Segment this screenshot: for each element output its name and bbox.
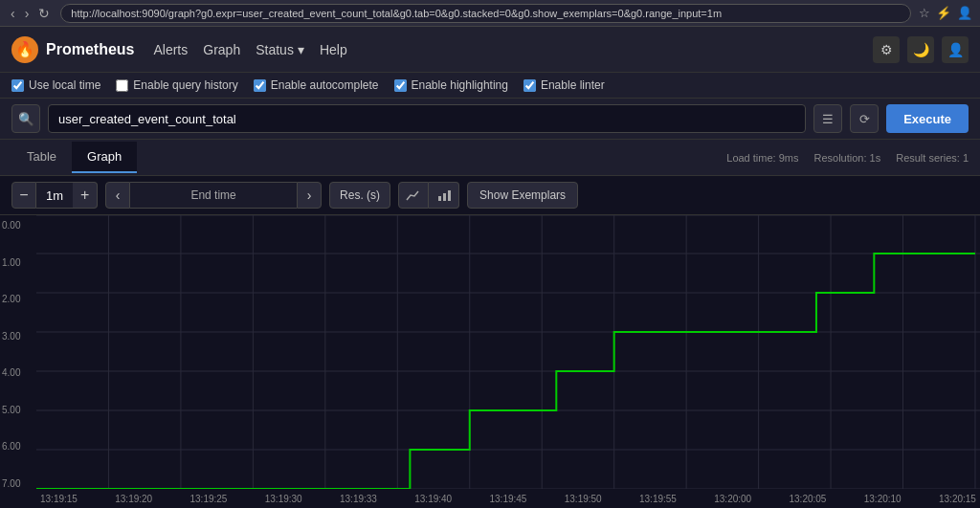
end-time-input[interactable] <box>130 182 297 209</box>
result-series: Result series: 1 <box>896 152 969 164</box>
browser-nav-buttons: ‹ › ↻ <box>8 6 53 21</box>
profile-icon: 👤 <box>957 6 972 20</box>
use-local-time-checkbox[interactable] <box>11 79 24 92</box>
meta-info: Load time: 9ms Resolution: 1s Result ser… <box>726 152 969 164</box>
nav-alerts[interactable]: Alerts <box>153 42 188 57</box>
x-axis-labels: 13:19:15 13:19:20 13:19:25 13:19:30 13:1… <box>36 489 980 508</box>
stacked-chart-icon <box>436 188 452 203</box>
enable-linter-checkbox[interactable] <box>523 79 536 92</box>
reload-button[interactable]: ↻ <box>35 6 53 21</box>
range-value: 1m <box>36 182 73 209</box>
time-next-button[interactable]: › <box>297 182 322 209</box>
tab-table[interactable]: Table <box>11 142 72 173</box>
show-exemplars-button[interactable]: Show Exemplars <box>467 182 578 209</box>
y-axis-labels: 7.00 6.00 5.00 4.00 3.00 2.00 1.00 0.00 <box>0 215 36 489</box>
search-icon-button[interactable]: 🔍 <box>11 104 40 133</box>
nav-help[interactable]: Help <box>320 42 347 57</box>
chart-type-group <box>398 182 459 209</box>
url-bar[interactable] <box>60 4 911 23</box>
browser-bar: ‹ › ↻ ☆ ⚡ 👤 <box>0 0 980 27</box>
nav-status[interactable]: Status ▾ <box>256 42 304 57</box>
user-button[interactable]: 👤 <box>942 36 969 63</box>
app-title: Prometheus <box>46 41 134 58</box>
execute-button[interactable]: Execute <box>886 104 969 133</box>
line-chart-icon <box>406 188 421 203</box>
tabs: Table Graph <box>11 142 137 173</box>
enable-linter-option[interactable]: Enable linter <box>523 78 605 92</box>
navbar-icons: ⚙ 🌙 👤 <box>873 36 969 63</box>
enable-query-history-option[interactable]: Enable query history <box>116 78 237 92</box>
logo-icon: 🔥 <box>11 36 38 63</box>
app-navbar: 🔥 Prometheus Alerts Graph Status ▾ Help … <box>0 27 980 73</box>
search-bar: 🔍 ☰ ⟳ Execute <box>0 99 980 140</box>
graph-svg <box>36 215 980 489</box>
resolution: Resolution: 1s <box>813 152 880 164</box>
time-range-group: − 1m + <box>11 182 98 209</box>
stacked-chart-button[interactable] <box>429 182 459 209</box>
range-minus-button[interactable]: − <box>11 182 36 209</box>
back-button[interactable]: ‹ <box>8 6 18 21</box>
enable-highlighting-option[interactable]: Enable highlighting <box>394 78 508 92</box>
app-logo: 🔥 Prometheus <box>11 36 134 63</box>
nav-graph[interactable]: Graph <box>203 42 240 57</box>
options-bar: Use local time Enable query history Enab… <box>0 73 980 99</box>
svg-rect-0 <box>438 196 441 201</box>
graph-area: 7.00 6.00 5.00 4.00 3.00 2.00 1.00 0.00 <box>0 215 980 508</box>
load-time: Load time: 9ms <box>726 152 798 164</box>
svg-rect-2 <box>448 190 451 201</box>
query-options-button[interactable]: ☰ <box>813 104 842 133</box>
svg-rect-1 <box>443 193 446 201</box>
query-input[interactable] <box>48 104 806 133</box>
line-chart-button[interactable] <box>398 182 429 209</box>
settings-button[interactable]: ⚙ <box>873 36 900 63</box>
bookmark-icon: ☆ <box>919 6 930 20</box>
graph-toolbar: − 1m + ‹ › Res. (s) Show Exemplars <box>0 176 980 215</box>
time-nav-group: ‹ › <box>105 182 322 209</box>
tabs-meta-bar: Table Graph Load time: 9ms Resolution: 1… <box>0 140 980 176</box>
dark-mode-button[interactable]: 🌙 <box>907 36 934 63</box>
forward-button[interactable]: › <box>22 6 33 21</box>
enable-autocomplete-option[interactable]: Enable autocomplete <box>254 78 379 92</box>
browser-icons: ☆ ⚡ 👤 <box>919 6 972 20</box>
enable-query-history-checkbox[interactable] <box>116 79 128 92</box>
range-plus-button[interactable]: + <box>73 182 98 209</box>
chevron-down-icon: ▾ <box>298 42 304 57</box>
nav-links: Alerts Graph Status ▾ Help <box>153 42 346 57</box>
enable-highlighting-checkbox[interactable] <box>394 79 407 92</box>
tab-graph[interactable]: Graph <box>72 142 137 173</box>
enable-autocomplete-checkbox[interactable] <box>254 79 266 92</box>
resolution-button[interactable]: Res. (s) <box>329 182 390 209</box>
query-history-button[interactable]: ⟳ <box>850 104 879 133</box>
use-local-time-option[interactable]: Use local time <box>11 78 100 92</box>
extensions-icon: ⚡ <box>936 6 951 20</box>
time-prev-button[interactable]: ‹ <box>105 182 130 209</box>
